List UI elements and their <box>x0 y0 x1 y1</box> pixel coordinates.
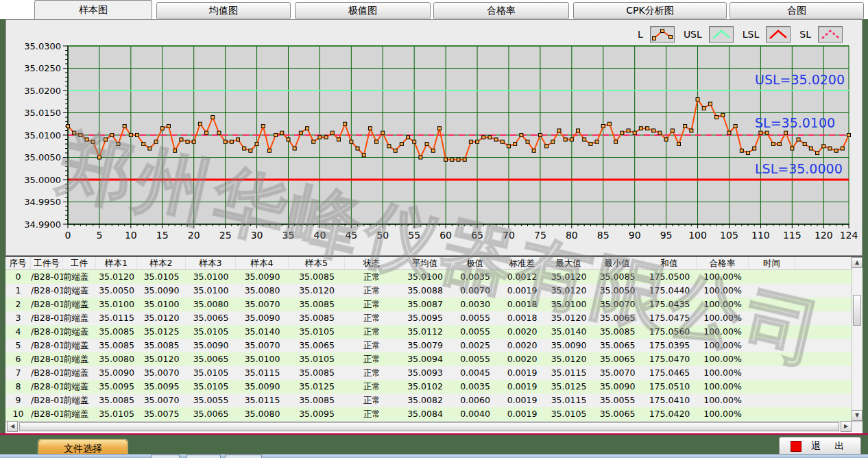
table-cell: 175.0435 <box>642 298 697 311</box>
table-cell: 175.0500 <box>642 270 697 284</box>
data-point-marker <box>476 140 479 143</box>
column-header[interactable]: 样本1 <box>96 257 137 269</box>
table-cell: 100.00% <box>697 352 749 366</box>
chart-legend: LUSLLSLSL <box>638 25 843 43</box>
data-point-marker <box>142 143 145 146</box>
table-cell <box>795 325 852 339</box>
column-header[interactable]: 最小值 <box>592 257 642 269</box>
table-row[interactable]: 1/B28-01前端盖35.005035.009035.010035.00803… <box>5 284 863 298</box>
table-cell: 35.0090 <box>592 380 642 394</box>
data-point-marker <box>488 136 492 139</box>
legend-item-l: L <box>638 26 675 43</box>
column-header[interactable]: 时间 <box>749 257 795 269</box>
scroll-up-icon[interactable]: ▲ <box>852 257 863 268</box>
table-cell: 正常 <box>345 339 399 352</box>
column-header[interactable]: 极值 <box>451 257 499 269</box>
data-point-marker <box>740 149 743 152</box>
table-cell: 35.0100 <box>399 270 451 284</box>
data-point-marker <box>828 147 832 150</box>
legend-label: L <box>638 29 643 40</box>
data-point-marker <box>784 131 788 134</box>
table-row[interactable]: 3/B28-01前端盖35.011535.012035.006535.00903… <box>5 311 863 325</box>
tab-6[interactable]: 合图 <box>730 2 864 19</box>
tab-1[interactable]: 样本图 <box>34 0 152 19</box>
horizontal-scroll-thumb[interactable] <box>19 422 839 431</box>
column-header[interactable]: 标准差 <box>499 257 545 269</box>
y-tick-label: 35.0250 <box>24 63 61 73</box>
table-cell: 0.0019 <box>499 380 545 394</box>
table-cell: 正常 <box>345 407 399 421</box>
table-cell: 2 <box>5 298 31 311</box>
table-row[interactable]: 7/B28-01前端盖35.009035.007035.010535.01153… <box>5 366 863 380</box>
table-cell: 0.0019 <box>499 394 545 407</box>
table-cell: 35.0120 <box>137 311 186 325</box>
scroll-left-icon[interactable]: ◀ <box>7 421 18 432</box>
taskbar-button[interactable] <box>186 455 221 458</box>
table-cell: 正常 <box>345 352 399 366</box>
table-cell: 0.0019 <box>499 366 545 380</box>
table-row[interactable]: 8/B28-01前端盖35.009535.009535.010535.00903… <box>5 380 863 394</box>
table-row[interactable]: 2/B28-01前端盖35.010035.010035.008035.00703… <box>5 298 863 311</box>
taskbar-button[interactable] <box>225 455 262 458</box>
column-header[interactable]: 样本3 <box>186 257 236 269</box>
table-cell <box>749 407 795 421</box>
column-header[interactable]: 样本2 <box>137 257 186 269</box>
table-row[interactable]: 9/B28-01前端盖35.008535.007035.005535.01153… <box>5 394 863 407</box>
table-cell: 前端盖 <box>63 339 96 352</box>
table-cell: 35.0100 <box>236 352 289 366</box>
table-cell: 0.0018 <box>499 311 545 325</box>
table-row[interactable]: 6/B28-01前端盖35.008035.012035.006535.01003… <box>5 352 863 366</box>
x-tick-label: 25 <box>219 230 232 241</box>
column-header[interactable]: 样本5 <box>289 257 345 269</box>
exit-button[interactable]: 退 出 <box>779 437 861 455</box>
data-point-marker <box>330 131 334 134</box>
column-header[interactable]: 状态 <box>345 257 399 269</box>
table-cell: 前端盖 <box>63 284 96 298</box>
table-row[interactable]: 4/B28-01前端盖35.008535.012535.010535.01403… <box>5 325 863 339</box>
tab-5[interactable]: CPK分析图 <box>573 2 727 19</box>
table-cell: 100.00% <box>697 325 749 339</box>
column-header[interactable]: 样本4 <box>236 257 289 269</box>
data-point-marker <box>394 149 397 152</box>
vertical-scroll-thumb[interactable] <box>853 295 861 326</box>
column-header[interactable]: 平均值 <box>399 257 451 269</box>
data-point-marker <box>425 143 429 146</box>
tab-4[interactable]: 合格率 <box>433 2 569 19</box>
scroll-down-icon[interactable]: ▼ <box>852 410 863 421</box>
table-cell: 35.0125 <box>289 380 345 394</box>
tab-3[interactable]: 极值图 <box>295 2 431 19</box>
table-cell: 35.0065 <box>186 311 236 325</box>
data-point-marker <box>117 143 120 146</box>
x-tick-label: 40 <box>314 230 326 241</box>
tab-2[interactable]: 均值图 <box>156 2 291 19</box>
table-cell: 35.0085 <box>96 339 137 352</box>
table-cell: 35.0079 <box>399 339 451 352</box>
table-cell: 35.0065 <box>592 339 642 352</box>
table-cell <box>795 380 852 394</box>
table-row[interactable]: 5/B28-01前端盖35.008535.008535.009035.00703… <box>5 339 863 352</box>
y-tick-label: 35.0200 <box>24 86 61 96</box>
table-cell: /B28-01 <box>31 311 63 325</box>
column-header[interactable]: 工件号 <box>31 257 63 269</box>
column-header[interactable]: 最大值 <box>545 257 592 269</box>
data-point-marker <box>671 129 674 132</box>
table-cell: 35.0090 <box>545 339 592 352</box>
table-cell: 35.0085 <box>137 339 186 352</box>
column-header[interactable]: 序号 <box>5 257 31 269</box>
column-header-empty[interactable] <box>795 257 852 269</box>
table-row[interactable]: 10/B28-01前端盖35.010535.007535.006535.0080… <box>5 407 863 421</box>
column-header[interactable]: 合格率 <box>697 257 749 269</box>
table-cell: 35.0055 <box>186 394 236 407</box>
table-cell <box>795 339 852 352</box>
table-row[interactable]: 0/B28-01前端盖35.012035.010535.010035.00903… <box>5 270 863 284</box>
column-header[interactable]: 工件 <box>63 257 96 269</box>
taskbar-button[interactable] <box>151 455 180 458</box>
column-header[interactable]: 和值 <box>642 257 697 269</box>
horizontal-scrollbar[interactable]: ◀ ▶ <box>5 421 863 432</box>
scroll-right-icon[interactable]: ▶ <box>841 421 852 432</box>
vertical-scrollbar[interactable]: ▲ ▼ <box>852 257 863 421</box>
table-cell: 175.0475 <box>642 311 697 325</box>
data-point-marker <box>280 131 284 134</box>
table-cell: 35.0090 <box>236 311 289 325</box>
table-cell: 0.0055 <box>451 325 499 339</box>
